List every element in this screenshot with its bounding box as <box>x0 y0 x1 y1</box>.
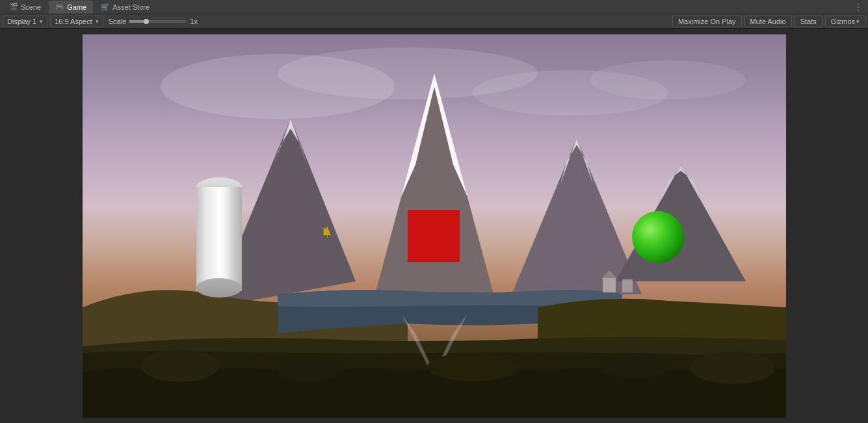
tab-game[interactable]: 🎮 Game <box>49 1 93 14</box>
scale-value: 1x <box>190 18 198 25</box>
svg-point-23 <box>141 350 219 382</box>
aspect-label: 16:9 Aspect <box>55 18 92 25</box>
svg-point-25 <box>427 353 518 381</box>
svg-point-27 <box>690 352 775 384</box>
game-viewport[interactable] <box>83 34 786 418</box>
gizmos-label: Gizmos <box>831 18 855 25</box>
game-icon: 🎮 <box>55 3 64 11</box>
maximize-on-play-button[interactable]: Maximize On Play <box>672 16 742 27</box>
aspect-chevron-icon: ▾ <box>96 18 99 25</box>
tab-bar: 🎬 Scene 🎮 Game 🛒 Asset Store ⋮ <box>0 0 868 14</box>
tab-game-label: Game <box>67 3 86 11</box>
mute-label: Mute Audio <box>750 18 786 25</box>
svg-point-26 <box>599 353 671 379</box>
svg-marker-13 <box>616 164 746 281</box>
stats-label: Stats <box>800 18 817 25</box>
svg-point-24 <box>278 356 343 382</box>
svg-point-3 <box>590 60 746 99</box>
svg-rect-22 <box>622 279 633 292</box>
scale-slider[interactable] <box>129 20 187 23</box>
gizmos-button[interactable]: Gizmos ▾ <box>825 16 865 27</box>
asset-store-icon: 🛒 <box>101 3 110 11</box>
green-sphere-object <box>632 211 684 263</box>
cylinder-bottom <box>196 278 242 298</box>
maximize-label: Maximize On Play <box>678 18 736 25</box>
stats-button[interactable]: Stats <box>795 16 822 27</box>
red-cube-object <box>408 210 460 262</box>
aspect-dropdown[interactable]: 16:9 Aspect ▾ <box>50 16 103 27</box>
display-label: Display 1 <box>7 18 36 25</box>
tab-asset-store[interactable]: 🛒 Asset Store <box>94 1 156 14</box>
toolbar: Display 1 ▾ 16:9 Aspect ▾ Scale 1x Maxim… <box>0 14 868 29</box>
scene-icon: 🎬 <box>9 3 18 11</box>
tab-scene[interactable]: 🎬 Scene <box>3 1 47 14</box>
svg-rect-20 <box>603 278 616 292</box>
display-chevron-icon: ▾ <box>40 18 43 25</box>
tab-scene-label: Scene <box>21 3 41 11</box>
scale-slider-thumb <box>144 19 149 24</box>
tab-asset-store-label: Asset Store <box>112 3 150 11</box>
cylinder-object <box>196 177 242 288</box>
scale-group: Scale 1x <box>109 18 198 25</box>
cylinder-body <box>196 187 242 291</box>
scale-label: Scale <box>109 18 127 25</box>
display-dropdown[interactable]: Display 1 ▾ <box>3 16 47 27</box>
tab-resize-icon[interactable]: ⋮ <box>854 2 865 12</box>
gizmos-chevron-icon: ▾ <box>856 18 860 25</box>
mute-audio-button[interactable]: Mute Audio <box>744 16 792 27</box>
viewport-wrapper <box>0 29 868 423</box>
